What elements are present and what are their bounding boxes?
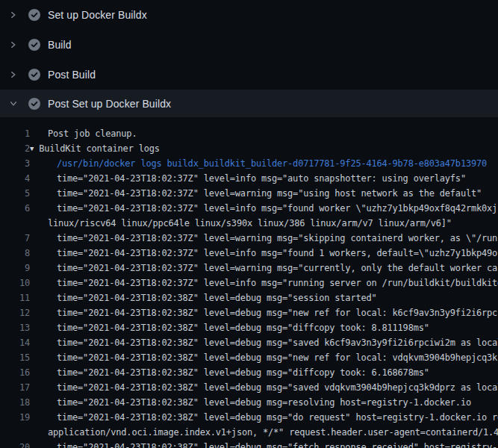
actions-log-viewer: Set up Docker Buildx Build P	[0, 0, 498, 448]
log-line: 10 time="2021-04-23T18:02:37Z" level=inf…	[0, 276, 498, 290]
log-line: 13 time="2021-04-23T18:02:38Z" level=deb…	[0, 320, 498, 335]
success-check-icon	[28, 98, 40, 110]
step-row-1[interactable]: Build	[0, 30, 498, 60]
line-number[interactable]: 12	[0, 305, 30, 320]
log-line: application/vnd.oci.image.index.v1+json,…	[0, 425, 498, 440]
log-line-text: linux/riscv64 linux/ppc64le linux/s390x …	[48, 216, 452, 231]
line-number[interactable]: 15	[0, 350, 30, 365]
log-line-text: time="2021-04-23T18:02:38Z" level=debug …	[57, 365, 429, 380]
step-row-0[interactable]: Set up Docker Buildx	[0, 0, 498, 30]
log-line-text: time="2021-04-23T18:02:37Z" level=info m…	[57, 246, 497, 261]
log-area: 1 Post job cleanup. 2 ▼BuildKit containe…	[0, 117, 498, 448]
line-number[interactable]: 4	[0, 171, 30, 186]
log-line-text: time="2021-04-23T18:02:37Z" level=warnin…	[57, 186, 482, 201]
step-row-3[interactable]: Post Set up Docker Buildx	[0, 90, 498, 117]
line-number[interactable]: 2	[0, 141, 30, 156]
log-line: 12 time="2021-04-23T18:02:38Z" level=deb…	[0, 305, 498, 320]
log-line: 16 time="2021-04-23T18:02:38Z" level=deb…	[0, 365, 498, 380]
log-line: linux/riscv64 linux/ppc64le linux/s390x …	[0, 216, 498, 231]
chevron-right-icon	[9, 10, 18, 19]
chevron-right-icon	[9, 40, 18, 49]
step-label: Set up Docker Buildx	[48, 9, 147, 21]
line-number[interactable]: 11	[0, 290, 30, 305]
step-list: Set up Docker Buildx Build P	[0, 0, 498, 117]
line-number[interactable]: 9	[0, 261, 30, 276]
log-line: 4 time="2021-04-23T18:02:37Z" level=info…	[0, 171, 498, 186]
log-line: 11 time="2021-04-23T18:02:38Z" level=deb…	[0, 290, 498, 305]
log-line-text: time="2021-04-23T18:02:38Z" level=debug …	[57, 320, 429, 335]
log-line: 1 Post job cleanup.	[0, 126, 498, 141]
group-expanded-triangle-icon[interactable]: ▼	[30, 141, 34, 156]
log-line: 8 time="2021-04-23T18:02:37Z" level=info…	[0, 246, 498, 261]
log-line-text: time="2021-04-23T18:02:38Z" level=debug …	[57, 440, 497, 448]
log-line-text: time="2021-04-23T18:02:38Z" level=debug …	[57, 290, 377, 305]
line-number[interactable]: 6	[0, 201, 30, 216]
line-number[interactable]: 16	[0, 365, 30, 380]
log-line: 17 time="2021-04-23T18:02:38Z" level=deb…	[0, 380, 498, 395]
log-line: 19 time="2021-04-23T18:02:38Z" level=deb…	[0, 410, 498, 425]
log-line-text: application/vnd.oci.image.index.v1+json,…	[48, 425, 498, 440]
log-line-text: time="2021-04-23T18:02:38Z" level=debug …	[57, 305, 497, 320]
log-line-text: BuildKit container logs	[39, 141, 160, 156]
log-line-text: time="2021-04-23T18:02:37Z" level=info m…	[57, 171, 466, 186]
step-row-2[interactable]: Post Build	[0, 60, 498, 90]
log-line-text: time="2021-04-23T18:02:38Z" level=debug …	[57, 395, 471, 410]
log-line-text: time="2021-04-23T18:02:38Z" level=debug …	[57, 410, 498, 425]
step-label: Post Set up Docker Buildx	[48, 98, 171, 110]
line-number[interactable]: 13	[0, 320, 30, 335]
log-line-text: Post job cleanup.	[48, 126, 137, 141]
line-number[interactable]: 14	[0, 335, 30, 350]
log-line: 15 time="2021-04-23T18:02:38Z" level=deb…	[0, 350, 498, 365]
chevron-right-icon	[9, 70, 18, 79]
line-number[interactable]: 3	[0, 156, 30, 171]
log-line: 14 time="2021-04-23T18:02:38Z" level=deb…	[0, 335, 498, 350]
log-line: 7 time="2021-04-23T18:02:37Z" level=warn…	[0, 231, 498, 246]
log-line: 18 time="2021-04-23T18:02:38Z" level=deb…	[0, 395, 498, 410]
log-line-text: time="2021-04-23T18:02:38Z" level=debug …	[57, 335, 498, 350]
step-label: Build	[48, 39, 72, 51]
line-number[interactable]: 20	[0, 440, 30, 448]
log-line-text: time="2021-04-23T18:02:37Z" level=warnin…	[57, 261, 497, 276]
chevron-down-icon	[9, 99, 18, 108]
log-line: 9 time="2021-04-23T18:02:37Z" level=warn…	[0, 261, 498, 276]
log-line-text: /usr/bin/docker logs buildx_buildkit_bui…	[57, 156, 487, 171]
success-check-icon	[28, 39, 40, 51]
log-line: 5 time="2021-04-23T18:02:37Z" level=warn…	[0, 186, 498, 201]
log-line-text: time="2021-04-23T18:02:37Z" level=warnin…	[57, 231, 497, 246]
line-number[interactable]: 17	[0, 380, 30, 395]
line-number[interactable]: 1	[0, 126, 30, 141]
log-line-text: time="2021-04-23T18:02:37Z" level=info m…	[57, 201, 497, 216]
line-number[interactable]	[0, 216, 30, 231]
log-line-text: time="2021-04-23T18:02:38Z" level=debug …	[57, 380, 498, 395]
log-line-text: time="2021-04-23T18:02:37Z" level=info m…	[57, 276, 498, 290]
line-number[interactable]: 5	[0, 186, 30, 201]
line-number[interactable]: 7	[0, 231, 30, 246]
line-number[interactable]: 10	[0, 276, 30, 290]
line-number[interactable]: 19	[0, 410, 30, 425]
log-line-text: time="2021-04-23T18:02:38Z" level=debug …	[57, 350, 497, 365]
log-line: 6 time="2021-04-23T18:02:37Z" level=info…	[0, 201, 498, 216]
log-line: 3 /usr/bin/docker logs buildx_buildkit_b…	[0, 156, 498, 171]
success-check-icon	[28, 9, 40, 21]
line-number[interactable]: 8	[0, 246, 30, 261]
log-line: 2 ▼BuildKit container logs	[0, 141, 498, 156]
step-label: Post Build	[48, 69, 96, 81]
success-check-icon	[28, 69, 40, 81]
log-line: 20 time="2021-04-23T18:02:38Z" level=deb…	[0, 440, 498, 448]
line-number[interactable]: 18	[0, 395, 30, 410]
line-number[interactable]	[0, 425, 30, 440]
